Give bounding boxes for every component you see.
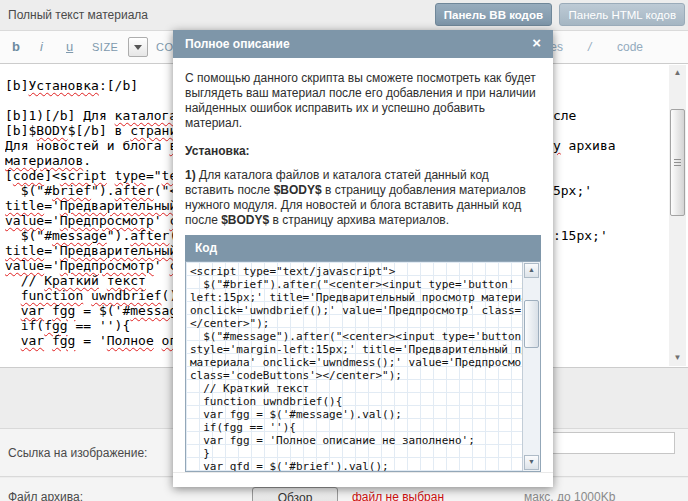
install-step-text: 1) Для каталога файлов и каталога статей…: [185, 168, 541, 228]
size-dropdown[interactable]: [128, 37, 148, 57]
modal-body: С помощью данного скрипта вы сможете пос…: [173, 58, 553, 487]
italic-button[interactable]: i: [40, 39, 43, 54]
browse-button[interactable]: Обзор: [252, 487, 338, 501]
code-line: class='codeButtons'></center>");: [190, 369, 519, 382]
close-icon[interactable]: ×: [532, 35, 541, 51]
modal-footer-divider: [173, 472, 553, 473]
html-codes-panel-button[interactable]: Панель HTML кодов: [559, 3, 685, 26]
full-description-modal: Полное описание × С помощью данного скри…: [173, 30, 553, 487]
code-line: // Краткий текст: [190, 382, 519, 395]
code-line: $("#message").after("<center><input type…: [190, 330, 519, 343]
modal-intro-text: С помощью данного скрипта вы сможете пос…: [185, 71, 541, 131]
scroll-up-icon[interactable]: ▲: [669, 67, 686, 79]
material-edit-screen: Полный текст материала Панель BB кодов П…: [0, 0, 688, 501]
no-file-chosen-text: файл не выбран: [352, 490, 444, 501]
toolbar-right-item[interactable]: code: [617, 40, 643, 54]
scroll-down-icon[interactable]: ▼: [669, 352, 686, 364]
scroll-down-icon[interactable]: ▼: [524, 455, 539, 470]
code-line: var fgg = $('#message').val();: [190, 408, 519, 421]
editor-scroll-thumb[interactable]: [670, 109, 685, 216]
code-block[interactable]: <script type="text/javascript"> $("#brie…: [185, 261, 541, 472]
code-scrollbar[interactable]: ▲ ▼: [522, 262, 540, 471]
code-line: onclick='uwndbrief();' value='Предпросмо…: [190, 304, 519, 317]
install-heading: Установка:: [185, 144, 541, 159]
max-file-size-text: макс. до 1000Kb: [524, 490, 615, 501]
scroll-up-icon[interactable]: ▲: [524, 263, 539, 278]
grip-icon: [674, 159, 681, 167]
file-label: Файл архива:: [8, 490, 83, 501]
code-section-header: Код: [185, 235, 541, 261]
code-line: <script type="text/javascript">: [190, 265, 519, 278]
code-line: $("#brief").after("<center><input type='…: [190, 278, 519, 291]
code-line: left:15px;' title='Предварительный просм…: [190, 291, 519, 304]
image-link-label: Ссылка на изображение:: [8, 446, 147, 460]
code-line: материала' onclick='uwndmess();' value='…: [190, 356, 519, 369]
bb-codes-panel-button[interactable]: Панель BB кодов: [435, 3, 552, 26]
code-line: var qfd = $('#brief').val();: [190, 460, 519, 471]
modal-title: Полное описание: [185, 37, 290, 51]
code-line: if(fgg == ''){: [190, 421, 519, 434]
bold-button[interactable]: b: [12, 39, 20, 54]
code-scroll-thumb[interactable]: [524, 300, 539, 348]
code-line: var fgg = 'Полное описание не заполнено'…: [190, 434, 519, 447]
code-line: style='margin-left:15px;' title='Предвар…: [190, 343, 519, 356]
code-content[interactable]: <script type="text/javascript"> $("#brie…: [186, 262, 523, 471]
editor-scrollbar[interactable]: ▲ ▼: [669, 65, 686, 366]
code-line: </center>");: [190, 317, 519, 330]
modal-header[interactable]: Полное описание ×: [173, 30, 553, 58]
underline-button[interactable]: u: [66, 39, 73, 54]
topbar: Полный текст материала Панель BB кодов П…: [0, 0, 688, 31]
fulltext-field-label: Полный текст материала: [8, 8, 148, 22]
size-button[interactable]: SIZE: [92, 41, 118, 53]
code-line: function uwndbrief(){: [190, 395, 519, 408]
toolbar-right-item[interactable]: /: [588, 40, 591, 54]
code-line: }: [190, 447, 519, 460]
chevron-down-icon: [134, 45, 142, 50]
